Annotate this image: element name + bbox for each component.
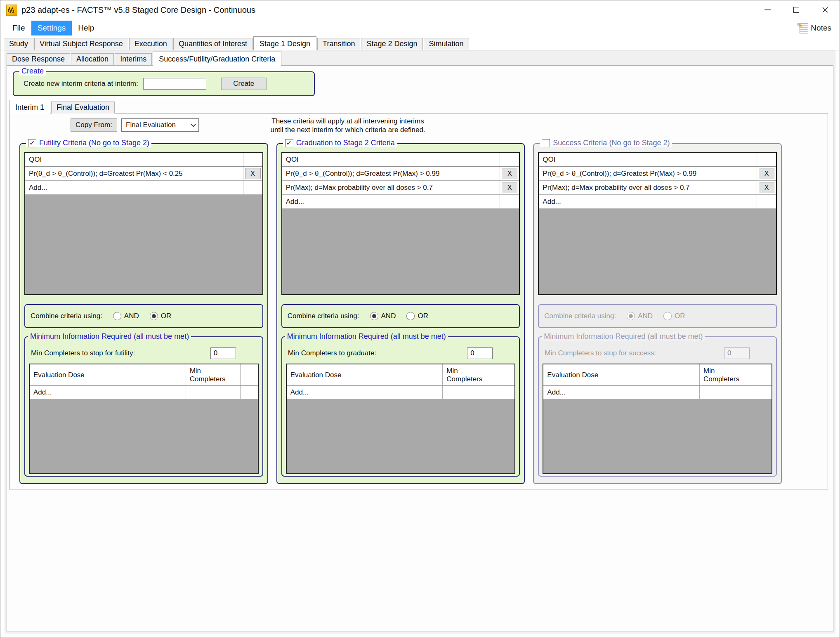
app-icon xyxy=(6,5,17,16)
qoi-column-header: QOI xyxy=(539,153,757,166)
min-completers-label: Min Completers to stop for futility: xyxy=(31,349,135,357)
delete-criterion-button[interactable]: X xyxy=(245,168,261,179)
maximize-button[interactable] xyxy=(782,0,811,19)
qoi-add-row: Add... xyxy=(282,195,519,209)
tab-simulation[interactable]: Simulation xyxy=(424,38,469,50)
add-criterion-cell[interactable]: Add... xyxy=(282,195,500,208)
menu-file[interactable]: File xyxy=(6,21,31,35)
min-completers-label: Min Completers to graduate: xyxy=(288,349,377,357)
qoi-header-row: QOI xyxy=(282,153,519,167)
or-radio[interactable] xyxy=(150,312,158,320)
create-groupbox: Create Create new interim criteria at in… xyxy=(13,71,315,96)
success-min-info-box: Minimum Information Required (all must b… xyxy=(538,336,777,477)
create-interim-input[interactable] xyxy=(143,78,206,90)
evaluation-dose-header: Evaluation Dose xyxy=(30,364,186,385)
minimize-button[interactable] xyxy=(753,0,782,19)
notes-button[interactable]: ✎ Notes xyxy=(800,23,831,33)
futility-panel-title: Futility Criteria (No go to Stage 2) xyxy=(39,139,149,147)
futility-qoi-table: QOI Pr(θ_d > θ_(Control)); d=Greatest Pr… xyxy=(24,152,263,295)
create-button[interactable]: Create xyxy=(221,78,267,90)
dose-add-row: Add... xyxy=(30,386,258,399)
min-completers-header: Min Completers xyxy=(186,364,241,385)
create-interim-label: Create new interim criteria at interim: xyxy=(24,80,138,88)
qoi-criterion-row: Pr(θ_d > θ_(Control)); d=Greatest Pr(Max… xyxy=(282,167,519,181)
menu-bar: File Settings Help ✎ Notes xyxy=(0,19,840,37)
close-icon xyxy=(822,7,828,13)
table-empty-area xyxy=(282,209,519,294)
qoi-criterion-row: Pr(θ_d > θ_(Control)); d=Greatest Pr(Max… xyxy=(25,167,262,181)
add-criterion-cell[interactable]: Add... xyxy=(25,181,243,194)
main-tab-strip: Study Virtual Subject Response Execution… xyxy=(0,37,840,50)
table-empty-area xyxy=(287,399,515,473)
min-completers-header: Min Completers xyxy=(443,364,497,385)
subtab-success-futility-graduation[interactable]: Success/Futility/Graduation Criteria xyxy=(153,52,281,66)
delete-criterion-button[interactable]: X xyxy=(759,168,774,179)
dose-table-header-row: Evaluation Dose Min Completers xyxy=(30,364,258,386)
success-dose-table: Evaluation Dose Min Completers Add... xyxy=(543,364,772,474)
tab-stage-1-design[interactable]: Stage 1 Design xyxy=(253,36,316,50)
graduation-panel-title: Graduation to Stage 2 Criteria xyxy=(296,139,395,147)
delete-criterion-button[interactable]: X xyxy=(502,168,517,179)
graduation-qoi-table: QOI Pr(θ_d > θ_(Control)); d=Greatest Pr… xyxy=(281,152,520,295)
tab-transition[interactable]: Transition xyxy=(317,38,360,50)
minimize-icon xyxy=(764,9,771,10)
create-groupbox-title: Create xyxy=(19,67,46,76)
and-radio[interactable] xyxy=(370,312,378,320)
evaluation-dose-header: Evaluation Dose xyxy=(287,364,443,385)
and-radio[interactable] xyxy=(113,312,121,320)
tab-quantities-of-interest[interactable]: Quantities of Interest xyxy=(173,38,252,50)
add-criterion-cell[interactable]: Add... xyxy=(539,195,757,208)
min-completers-input[interactable] xyxy=(210,347,236,359)
dose-table-header-row: Evaluation Dose Min Completers xyxy=(287,364,515,386)
add-dose-cell[interactable]: Add... xyxy=(543,386,700,399)
delete-criterion-button[interactable]: X xyxy=(759,182,774,193)
dose-add-row: Add... xyxy=(543,386,772,399)
add-dose-cell[interactable]: Add... xyxy=(30,386,186,399)
futility-checkbox[interactable]: ✓ xyxy=(28,139,36,147)
tab-execution[interactable]: Execution xyxy=(129,38,172,50)
futility-panel: ✓ Futility Criteria (No go to Stage 2) Q… xyxy=(19,143,268,484)
delete-criterion-button[interactable]: X xyxy=(502,182,517,193)
menu-help[interactable]: Help xyxy=(72,21,100,35)
min-info-title: Minimum Information Required (all must b… xyxy=(28,332,191,341)
qoi-criterion-text[interactable]: Pr(Max); d=Max probability over all dose… xyxy=(282,181,500,194)
min-info-title: Minimum Information Required (all must b… xyxy=(542,332,705,341)
qoi-criterion-text[interactable]: Pr(θ_d > θ_(Control)); d=Greatest Pr(Max… xyxy=(539,167,757,180)
tab-final-evaluation[interactable]: Final Evaluation xyxy=(51,102,115,113)
criteria-panels: ✓ Futility Criteria (No go to Stage 2) Q… xyxy=(19,137,782,484)
tab-interim-1[interactable]: Interim 1 xyxy=(9,100,50,114)
add-dose-cell[interactable]: Add... xyxy=(287,386,443,399)
evaluation-dose-header: Evaluation Dose xyxy=(543,364,700,385)
subtab-allocation[interactable]: Allocation xyxy=(71,53,114,65)
dose-table-header-row: Evaluation Dose Min Completers xyxy=(543,364,772,386)
qoi-criterion-row: Pr(θ_d > θ_(Control)); d=Greatest Pr(Max… xyxy=(539,167,776,181)
copy-from-dropdown[interactable]: Final Evaluation xyxy=(121,118,199,132)
interim-tab-strip: Interim 1 Final Evaluation xyxy=(9,100,116,113)
success-panel-header: Success Criteria (No go to Stage 2) xyxy=(540,139,672,147)
min-completers-input[interactable] xyxy=(467,347,493,359)
qoi-add-row: Add... xyxy=(25,181,262,195)
or-radio[interactable] xyxy=(406,312,415,320)
tab-virtual-subject-response[interactable]: Virtual Subject Response xyxy=(34,38,128,50)
copy-from-button[interactable]: Copy From: xyxy=(71,118,117,132)
subtab-interims[interactable]: Interims xyxy=(115,53,152,65)
qoi-criterion-text[interactable]: Pr(θ_d > θ_(Control)); d=Greatest Pr(Max… xyxy=(282,167,500,180)
tab-study[interactable]: Study xyxy=(4,38,33,50)
tab-stage-2-design[interactable]: Stage 2 Design xyxy=(361,38,422,50)
table-empty-area xyxy=(543,399,772,473)
close-button[interactable] xyxy=(811,0,840,19)
menu-settings[interactable]: Settings xyxy=(31,21,72,35)
qoi-criterion-row: Pr(Max); d=Max probability over all dose… xyxy=(282,181,519,195)
qoi-add-row: Add... xyxy=(539,195,776,209)
graduation-combine-box: Combine criteria using: AND OR xyxy=(281,304,520,328)
qoi-criterion-text[interactable]: Pr(θ_d > θ_(Control)); d=Greatest Pr(Max… xyxy=(25,167,243,180)
graduation-checkbox[interactable]: ✓ xyxy=(285,139,293,147)
combine-label: Combine criteria using: xyxy=(544,312,616,320)
qoi-criterion-row: Pr(Max); d=Max probability over all dose… xyxy=(539,181,776,195)
min-completers-input xyxy=(724,347,750,359)
subtab-dose-response[interactable]: Dose Response xyxy=(7,53,70,65)
or-radio-label: OR xyxy=(161,312,172,320)
qoi-criterion-text[interactable]: Pr(Max); d=Max probability over all dose… xyxy=(539,181,757,194)
window-title: p23 adapt-es - FACTS™ v5.8 Staged Core D… xyxy=(21,5,255,15)
success-checkbox[interactable] xyxy=(542,139,550,147)
